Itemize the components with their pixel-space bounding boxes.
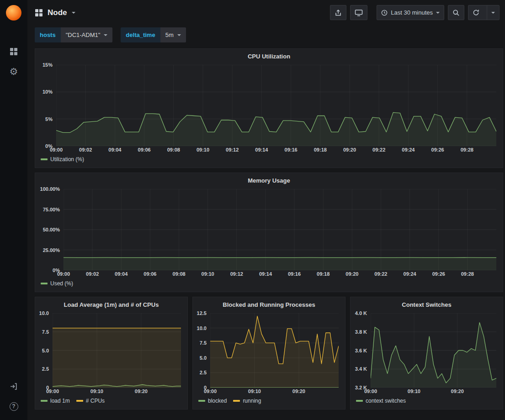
- plot-canvas[interactable]: [64, 189, 496, 270]
- chart-area: 02.55.07.510.012.5: [193, 310, 345, 388]
- x-axis-label: 09:10: [202, 271, 214, 277]
- x-axis-label: 09:08: [173, 271, 186, 277]
- legend-item[interactable]: # CPUs: [76, 398, 105, 404]
- legend-item[interactable]: Used (%): [41, 280, 73, 287]
- monitor-icon: [355, 9, 363, 16]
- x-axis-label: 09:00: [204, 388, 217, 394]
- y-axis-label: 25.00%: [35, 247, 60, 253]
- sign-in-icon[interactable]: [0, 376, 27, 396]
- x-axis-label: 09:20: [135, 388, 148, 394]
- panel-title[interactable]: Blocked and Running Processes: [193, 297, 345, 310]
- y-axis-label: 2.5: [35, 366, 49, 372]
- y-axis-label: 4.0 K: [351, 310, 367, 316]
- x-axis-label: 09:20: [292, 388, 305, 394]
- legend-item[interactable]: load 1m: [41, 398, 70, 404]
- x-axis-label: 09:08: [167, 147, 180, 152]
- x-axis: 09:0009:1009:20: [35, 388, 187, 396]
- share-icon: [335, 9, 342, 16]
- x-axis-label: 09:22: [372, 147, 385, 152]
- y-axis-label: 12.5: [193, 310, 207, 316]
- panel-load-average: Load Average (1m) and # of CPUs 02.55.07…: [35, 297, 188, 410]
- panel-cpu-utilization: CPU Utilization 0%5%10%15% 09:0009:0209:…: [35, 48, 503, 168]
- x-axis-label: 09:20: [451, 388, 464, 394]
- legend-item[interactable]: context switches: [356, 398, 406, 404]
- chevron-down-icon: [491, 12, 495, 14]
- settings-gear-icon[interactable]: ⚙: [0, 62, 27, 82]
- legend-item[interactable]: Utilization (%): [41, 156, 84, 163]
- chart-legend: Utilization (%): [35, 155, 503, 168]
- x-axis: 09:0009:1009:20: [351, 388, 503, 396]
- variable-label: delta_time: [121, 27, 160, 42]
- y-axis-label: 5.0: [35, 347, 49, 354]
- x-axis: 09:0009:0209:0409:0609:0809:1009:1209:14…: [35, 146, 503, 155]
- x-axis-label: 09:00: [46, 388, 59, 394]
- refresh-button[interactable]: [468, 5, 484, 20]
- variable-value: "DC1-ADM1": [66, 31, 101, 38]
- x-axis-label: 09:04: [108, 147, 121, 152]
- y-axis-label: 15%: [35, 62, 53, 68]
- plot-canvas[interactable]: [210, 313, 339, 388]
- navbar-buttons: Last 30 minutes: [330, 5, 500, 20]
- chart-legend: context switches: [351, 396, 503, 409]
- refresh-interval-dropdown[interactable]: [487, 5, 499, 20]
- y-axis-label: 50.00%: [35, 226, 60, 233]
- variable-hosts[interactable]: hosts "DC1-ADM1": [35, 27, 112, 42]
- legend-item[interactable]: blocked: [198, 398, 227, 404]
- grafana-logo-icon[interactable]: [6, 5, 21, 21]
- dashboards-icon[interactable]: [0, 42, 27, 62]
- dashboard-title-picker[interactable]: Node: [35, 8, 75, 17]
- chart-legend: Used (%): [35, 279, 503, 292]
- top-navbar: Node Last 30 minutes: [27, 0, 505, 25]
- plot-canvas[interactable]: [53, 313, 181, 388]
- time-range-picker[interactable]: Last 30 minutes: [377, 5, 444, 20]
- legend-item[interactable]: running: [233, 398, 261, 404]
- variable-value-dropdown[interactable]: 5m: [160, 27, 186, 42]
- gear-icon: ⚙: [10, 66, 18, 77]
- cycle-view-button[interactable]: [350, 5, 367, 20]
- help-icon[interactable]: ?: [0, 396, 27, 416]
- y-axis-label: 5%: [35, 116, 53, 122]
- page-title: Node: [48, 8, 67, 17]
- panel-title[interactable]: CPU Utilization: [35, 49, 503, 62]
- plot-canvas[interactable]: [371, 313, 496, 388]
- panel-blocked-running-processes: Blocked and Running Processes 02.55.07.5…: [192, 297, 346, 410]
- x-axis-label: 09:02: [86, 271, 99, 277]
- y-axis-label: 10%: [35, 89, 53, 95]
- x-axis-label: 09:26: [431, 147, 444, 152]
- x-axis-label: 09:02: [79, 147, 92, 152]
- panel-title[interactable]: Memory Usage: [35, 173, 503, 186]
- dashboard-grid-icon: [35, 9, 43, 17]
- plot-canvas[interactable]: [56, 65, 496, 146]
- y-axis-label: 7.5: [35, 329, 49, 335]
- share-button[interactable]: [330, 5, 346, 20]
- chart-area: 0%25.00%50.00%75.00%100.00%: [35, 186, 503, 270]
- x-axis: 09:0009:0209:0409:0609:0809:1009:1209:14…: [35, 270, 503, 279]
- zoom-out-button[interactable]: [448, 5, 464, 20]
- variable-label: hosts: [35, 27, 61, 42]
- x-axis-label: 09:10: [90, 388, 103, 394]
- x-axis: 09:0009:1009:20: [193, 388, 345, 396]
- x-axis-label: 09:20: [343, 147, 356, 152]
- clock-icon: [381, 10, 388, 16]
- panel-memory-usage: Memory Usage 0%25.00%50.00%75.00%100.00%…: [35, 173, 503, 292]
- panel-title[interactable]: Load Average (1m) and # of CPUs: [35, 297, 187, 310]
- x-axis-label: 09:04: [115, 271, 128, 277]
- chevron-down-icon: [436, 12, 440, 14]
- x-axis-label: 09:24: [404, 271, 416, 277]
- time-range-label: Last 30 minutes: [391, 9, 433, 16]
- panel-title[interactable]: Context Switches: [351, 297, 503, 310]
- x-axis-label: 09:00: [57, 271, 70, 277]
- x-axis-label: 09:10: [197, 147, 209, 152]
- variable-value-dropdown[interactable]: "DC1-ADM1": [61, 27, 113, 42]
- magnifier-icon: [452, 9, 460, 16]
- y-axis-label: 10.0: [35, 310, 49, 316]
- chart-area: 0%5%10%15%: [35, 62, 503, 146]
- x-axis-label: 09:28: [461, 271, 474, 277]
- x-axis-label: 09:24: [402, 147, 415, 152]
- chevron-down-icon: [104, 34, 107, 36]
- panel-context-switches: Context Switches 3.2 K3.4 K3.6 K3.8 K4.0…: [350, 297, 503, 410]
- variable-delta-time[interactable]: delta_time 5m: [121, 27, 186, 42]
- y-axis-label: 75.00%: [35, 206, 60, 213]
- y-axis-label: 7.5: [193, 340, 207, 346]
- y-axis-label: 3.4 K: [351, 366, 367, 372]
